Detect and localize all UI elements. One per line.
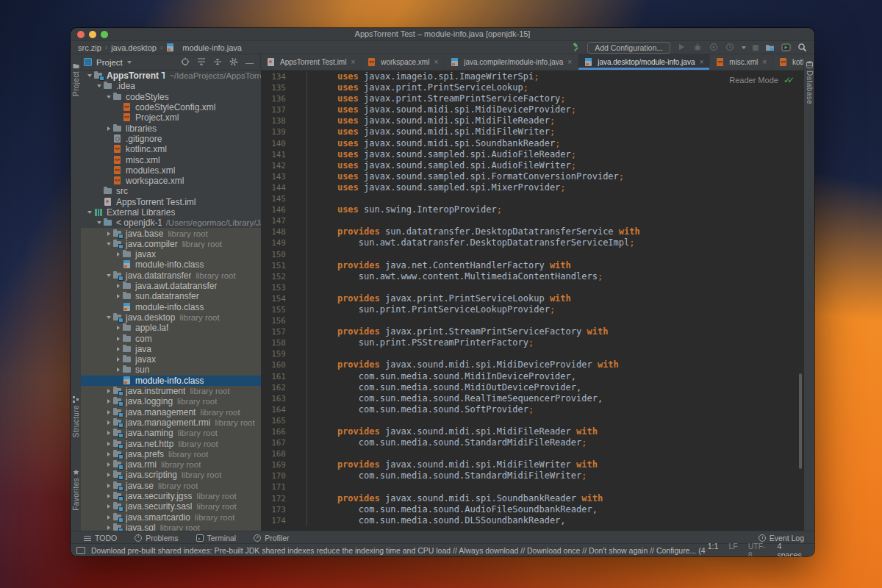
tree-item[interactable]: External Libraries — [81, 207, 261, 218]
chevron-down-icon[interactable] — [742, 46, 746, 49]
tool-stripe-database[interactable]: Database — [804, 59, 814, 104]
project-panel-title[interactable]: Project — [96, 58, 123, 67]
status-message[interactable]: Download pre-built shared indexes: Pre-b… — [91, 546, 708, 555]
close-tab-icon[interactable]: × — [567, 58, 572, 66]
close-tab-icon[interactable]: × — [699, 58, 703, 66]
profiler-icon[interactable] — [725, 43, 735, 52]
chevron-closed-icon[interactable] — [104, 399, 113, 404]
tool-window-button-problems[interactable]: Problems — [135, 534, 178, 542]
stop-icon[interactable] — [753, 45, 759, 51]
tree-item[interactable]: < openjdk-15 >/Users/egormac/Library/Jav… — [81, 218, 261, 228]
tree-item[interactable]: AppsTorrent Test.iml — [81, 197, 261, 207]
chevron-closed-icon[interactable] — [114, 326, 123, 330]
chevron-closed-icon[interactable] — [114, 357, 123, 362]
tree-item[interactable]: libraries — [81, 123, 261, 133]
chevron-closed-icon[interactable] — [104, 431, 113, 435]
chevron-open-icon[interactable] — [104, 274, 113, 277]
chevron-closed-icon[interactable] — [104, 410, 113, 415]
chevron-open-icon[interactable] — [95, 221, 104, 224]
reader-mode-widget[interactable]: Reader Mode ✓✓ — [729, 75, 794, 85]
tool-window-button-profiler[interactable]: Profiler — [254, 534, 289, 542]
hide-panel-icon[interactable]: — — [245, 58, 254, 67]
chevron-open-icon[interactable] — [85, 74, 94, 77]
tree-item[interactable]: javax — [81, 249, 261, 259]
chevron-open-icon[interactable] — [104, 316, 113, 319]
tree-item[interactable]: java.naminglibrary root — [81, 428, 261, 438]
tree-item[interactable]: java — [81, 344, 261, 354]
tree-item[interactable]: com — [81, 333, 261, 343]
chevron-closed-icon[interactable] — [104, 515, 113, 520]
chevron-closed-icon[interactable] — [114, 284, 123, 288]
close-tab-icon[interactable]: × — [434, 58, 438, 66]
tool-stripe-project[interactable]: Project — [71, 60, 81, 96]
chevron-closed-icon[interactable] — [104, 452, 113, 456]
editor-tab[interactable]: java.compiler/module-info.java× — [445, 54, 578, 70]
tree-item[interactable]: sun — [81, 365, 261, 375]
breadcrumb-item[interactable]: module-info.java — [182, 43, 242, 52]
chevron-open-icon[interactable] — [104, 243, 113, 245]
status-file-encoding[interactable]: UTF-8 — [748, 542, 767, 557]
close-tab-icon[interactable]: × — [762, 58, 767, 66]
tree-item[interactable]: java.selibrary root — [81, 481, 261, 491]
tree-item[interactable]: src — [81, 186, 261, 196]
chevron-closed-icon[interactable] — [104, 462, 113, 467]
editor-tab[interactable]: kotlinc.xml× — [773, 54, 804, 70]
tree-item[interactable]: .gitignore — [81, 134, 261, 144]
coverage-icon[interactable] — [709, 43, 719, 52]
tree-item[interactable]: java.security.jgsslibrary root — [81, 491, 261, 501]
locate-file-icon[interactable] — [181, 57, 190, 67]
debug-icon[interactable] — [693, 43, 703, 52]
chevron-closed-icon[interactable] — [104, 420, 113, 425]
tree-item[interactable]: java.logginglibrary root — [81, 396, 261, 406]
chevron-closed-icon[interactable] — [114, 294, 123, 298]
tree-item[interactable]: misc.xml — [81, 154, 261, 165]
tree-item[interactable]: java.managementlibrary root — [81, 407, 261, 417]
chevron-closed-icon[interactable] — [104, 232, 113, 236]
tree-item[interactable]: java.rmilibrary root — [81, 459, 261, 470]
tree-item[interactable]: java.security.sasllibrary root — [81, 501, 261, 512]
status-line-separator[interactable]: LF — [728, 542, 737, 557]
tree-item[interactable]: java.instrumentlibrary root — [81, 386, 261, 396]
breadcrumb-item[interactable]: java.desktop — [111, 43, 157, 52]
tree-item[interactable]: java.smartcardiolibrary root — [81, 512, 261, 522]
code-editor[interactable]: 134 uses javax.imageio.spi.ImageWriterSp… — [261, 71, 804, 531]
status-indent-size[interactable]: 4 spaces — [778, 542, 805, 557]
chevron-closed-icon[interactable] — [104, 526, 113, 530]
collapse-all-icon[interactable] — [213, 57, 223, 67]
tree-item[interactable]: codeStyles — [81, 92, 261, 102]
project-view-dropdown-icon[interactable] — [127, 61, 132, 64]
tree-item[interactable]: java.scriptinglibrary root — [81, 470, 261, 480]
tree-item[interactable]: AppsTorrent Test~/IdeaProjects/AppsTorre… — [81, 71, 261, 81]
close-tab-icon[interactable]: × — [351, 58, 355, 66]
build-hammer-icon[interactable] — [571, 43, 581, 52]
chevron-closed-icon[interactable] — [114, 347, 123, 351]
search-icon[interactable] — [797, 43, 807, 52]
tree-item[interactable]: java.management.rmilibrary root — [81, 417, 261, 428]
chevron-open-icon[interactable] — [95, 85, 104, 87]
tool-window-button-terminal[interactable]: Terminal — [196, 534, 237, 542]
run-icon[interactable] — [677, 43, 686, 52]
expand-all-icon[interactable] — [197, 57, 207, 67]
chevron-closed-icon[interactable] — [104, 389, 113, 393]
tree-item[interactable]: kotlinc.xml — [81, 144, 261, 154]
chevron-closed-icon[interactable] — [104, 484, 113, 488]
breadcrumb-item[interactable]: src.zip — [78, 43, 101, 52]
tree-item[interactable]: java.desktoplibrary root — [81, 312, 261, 323]
chevron-closed-icon[interactable] — [114, 337, 123, 341]
tree-item[interactable]: java.awt.datatransfer — [81, 281, 261, 291]
tool-window-button-todo[interactable]: TODO — [84, 534, 117, 542]
status-caret-position[interactable]: 1:1 — [708, 542, 719, 557]
tree-item[interactable]: module-info.class — [81, 259, 261, 270]
terminal-run-icon[interactable] — [781, 43, 791, 52]
editor-tab[interactable]: AppsTorrent Test.iml× — [261, 54, 362, 70]
editor-tab[interactable]: misc.xml× — [710, 54, 773, 70]
tree-item[interactable]: module-info.class — [81, 302, 261, 312]
tree-item[interactable]: java.prefslibrary root — [81, 449, 261, 459]
tree-item[interactable]: javax — [81, 354, 261, 365]
chevron-closed-icon[interactable] — [104, 442, 113, 446]
chevron-closed-icon[interactable] — [104, 504, 113, 509]
status-window-icon[interactable] — [76, 547, 85, 554]
tree-item[interactable]: apple.laf — [81, 323, 261, 333]
chevron-closed-icon[interactable] — [114, 368, 123, 372]
tool-stripe-favorites[interactable]: Favorites — [71, 467, 81, 511]
